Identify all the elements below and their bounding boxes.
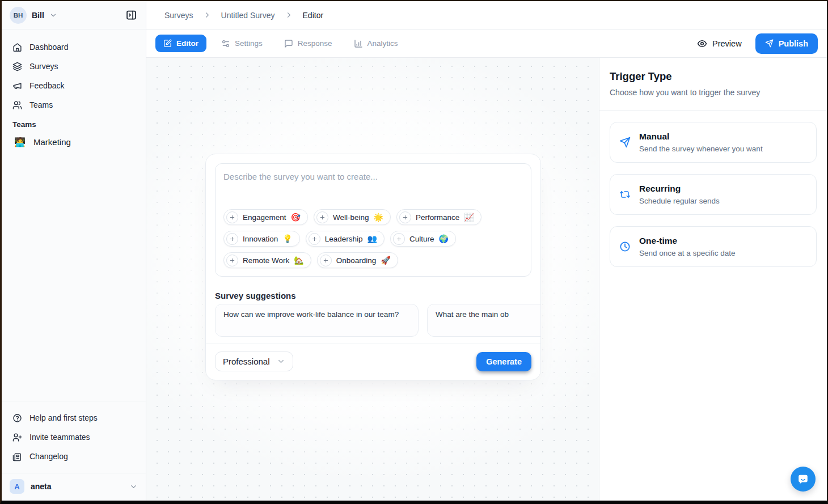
sidebar-item-label: Teams	[29, 100, 53, 109]
chip-label: Innovation	[243, 235, 278, 243]
chip-emoji: 👥	[367, 234, 377, 243]
teams-section-label: Teams	[7, 120, 140, 129]
account-name: aneta	[31, 482, 52, 491]
sidebar-item-label: Feedback	[29, 81, 64, 90]
chip-emoji: 📈	[464, 213, 474, 222]
panel-title: Trigger Type	[610, 70, 817, 83]
breadcrumb-untitled-survey[interactable]: Untitled Survey	[221, 11, 275, 20]
tab-editor[interactable]: Editor	[155, 35, 206, 52]
survey-generator-card: Engagement 🎯 Well-being 🌟	[205, 154, 541, 380]
tab-label: Response	[298, 39, 332, 48]
sidebar-item-teams[interactable]: Teams	[7, 95, 140, 115]
trigger-type-panel: Trigger Type Choose how you want to trig…	[599, 58, 827, 501]
chip-label: Remote Work	[243, 256, 289, 265]
topic-chips: Engagement 🎯 Well-being 🌟	[223, 209, 523, 268]
suggestion-card[interactable]: What are the main ob	[427, 304, 541, 337]
sidebar-item-dashboard[interactable]: Dashboard	[7, 37, 140, 57]
tab-label: Settings	[235, 39, 263, 48]
preview-button[interactable]: Preview	[697, 39, 742, 49]
plus-icon	[393, 233, 405, 245]
chat-launcher-button[interactable]	[791, 467, 816, 492]
app-window: BH Bill Dashboard Surv	[0, 0, 828, 504]
user-plus-icon	[12, 433, 22, 442]
option-description: Send once at a specific date	[639, 249, 736, 257]
chevron-right-icon	[285, 11, 293, 19]
chat-bubble-icon	[797, 473, 809, 485]
bar-chart-icon	[354, 39, 363, 48]
workspace-name: Bill	[32, 11, 44, 20]
chip-leadership[interactable]: Leadership 👥	[306, 231, 385, 247]
survey-description-input[interactable]	[223, 172, 523, 209]
message-square-icon	[284, 39, 293, 48]
option-description: Schedule regular sends	[639, 197, 720, 205]
account-menu[interactable]: A aneta	[2, 473, 146, 501]
tab-analytics[interactable]: Analytics	[347, 35, 405, 53]
chip-engagement[interactable]: Engagement 🎯	[223, 209, 308, 225]
sidebar-item-feedback[interactable]: Feedback	[7, 76, 140, 95]
trigger-option-manual[interactable]: Manual Send the survey whenever you want	[610, 122, 817, 163]
sidebar-collapse-button[interactable]	[123, 7, 139, 23]
option-description: Send the survey whenever you want	[639, 145, 763, 153]
trigger-options: Manual Send the survey whenever you want…	[599, 111, 827, 278]
chip-culture[interactable]: Culture 🌍	[390, 231, 456, 247]
sidebar-spacer	[2, 153, 146, 401]
chip-label: Well-being	[333, 213, 369, 222]
sidebar-item-label: Help and first steps	[29, 413, 98, 422]
chip-remote-work[interactable]: Remote Work 🏡	[223, 252, 311, 268]
suggestion-card[interactable]: How can we improve work-life balance in …	[215, 304, 419, 337]
tab-label: Editor	[176, 39, 198, 48]
chip-performance[interactable]: Performance 📈	[396, 209, 481, 225]
sidebar-item-changelog[interactable]: Changelog	[7, 447, 140, 466]
chip-innovation[interactable]: Innovation 💡	[223, 231, 300, 247]
option-title: Recurring	[639, 184, 720, 194]
tone-select[interactable]: Professional	[215, 351, 293, 371]
main-area: Surveys Untitled Survey Editor Editor	[146, 1, 827, 501]
breadcrumb: Surveys Untitled Survey Editor	[146, 1, 827, 29]
sidebar-item-invite[interactable]: Invite teammates	[7, 427, 140, 447]
breadcrumb-surveys[interactable]: Surveys	[164, 11, 193, 20]
tab-response[interactable]: Response	[277, 35, 339, 53]
workspace-switcher[interactable]: BH Bill	[2, 1, 146, 29]
publish-button[interactable]: Publish	[755, 33, 818, 54]
tone-value: Professional	[223, 357, 270, 366]
sidebar-item-label: Surveys	[29, 62, 58, 71]
chip-label: Onboarding	[336, 256, 377, 265]
plus-icon	[399, 211, 411, 223]
chip-label: Leadership	[325, 235, 363, 243]
suggestions-row: How can we improve work-life balance in …	[215, 304, 541, 337]
chip-emoji: 🌟	[374, 213, 383, 222]
sidebar-footer-nav: Help and first steps Invite teammates Ch…	[2, 401, 146, 473]
sidebar: BH Bill Dashboard Surv	[2, 1, 146, 501]
chip-well-being[interactable]: Well-being 🌟	[314, 209, 391, 225]
sidebar-item-surveys[interactable]: Surveys	[7, 57, 140, 76]
help-circle-icon	[12, 413, 22, 423]
chip-emoji: 💡	[282, 234, 292, 243]
megaphone-icon	[12, 81, 22, 91]
users-icon	[12, 100, 22, 110]
newspaper-icon	[12, 452, 22, 461]
eye-icon	[697, 39, 707, 49]
sidebar-item-help[interactable]: Help and first steps	[7, 408, 140, 427]
send-icon	[619, 137, 631, 148]
plus-icon	[226, 255, 238, 266]
plus-icon	[309, 233, 320, 245]
clock-icon	[619, 241, 631, 252]
editor-canvas[interactable]: Engagement 🎯 Well-being 🌟	[146, 58, 599, 501]
sidebar-team-marketing[interactable]: 🧑‍💻 Marketing	[7, 131, 140, 153]
trigger-option-text: Manual Send the survey whenever you want	[639, 132, 763, 153]
home-icon	[12, 43, 22, 52]
sidebar-item-label: Changelog	[29, 452, 68, 461]
panel-right-icon	[125, 9, 137, 21]
trigger-option-text: Recurring Schedule regular sends	[639, 184, 720, 205]
team-emoji-icon: 🧑‍💻	[14, 137, 26, 147]
trigger-option-recurring[interactable]: Recurring Schedule regular sends	[610, 174, 817, 215]
workspace-avatar: BH	[10, 7, 27, 24]
trigger-option-one-time[interactable]: One-time Send once at a specific date	[610, 226, 817, 267]
breadcrumb-editor: Editor	[303, 11, 324, 20]
sliders-icon	[221, 39, 230, 48]
chip-onboarding[interactable]: Onboarding 🚀	[317, 252, 398, 268]
generate-button[interactable]: Generate	[476, 352, 531, 371]
chip-emoji: 🚀	[381, 256, 390, 265]
plus-icon	[226, 233, 238, 245]
tab-settings[interactable]: Settings	[214, 35, 269, 53]
